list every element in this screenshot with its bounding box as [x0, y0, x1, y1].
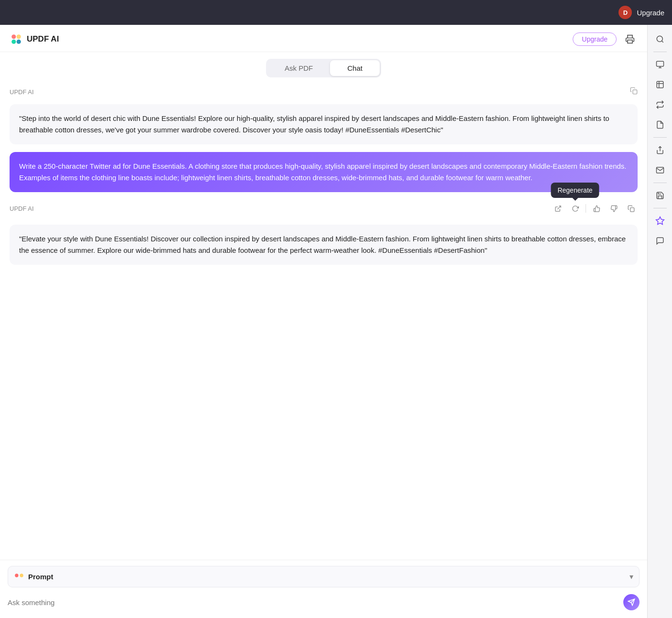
- prompt-chevron-icon: ▾: [629, 572, 633, 581]
- thumbup-button[interactable]: [590, 202, 603, 215]
- svg-point-0: [657, 36, 662, 42]
- ai-message-2: "Elevate your style with Dune Essentials…: [10, 225, 638, 265]
- save-icon[interactable]: [651, 187, 669, 204]
- brand-name: UPDF AI: [27, 34, 59, 44]
- brand: UPDF AI: [10, 33, 59, 46]
- tabs-container: Ask PDF Chat: [266, 59, 381, 77]
- open-link-button[interactable]: [551, 202, 565, 215]
- user-message-1: Write a 250-character Twitter ad for Dun…: [10, 152, 638, 192]
- ai-message-2-text: "Elevate your style with Dune Essentials…: [19, 235, 626, 254]
- svg-point-6: [11, 34, 16, 39]
- svg-point-14: [15, 574, 18, 577]
- main-panel: UPDF AI Upgrade Ask PDF Chat UPDF AI "St…: [0, 25, 647, 618]
- share-icon[interactable]: [651, 141, 669, 159]
- tab-ask-pdf[interactable]: Ask PDF: [267, 60, 330, 76]
- top-bar-upgrade-button[interactable]: Upgrade: [637, 9, 664, 17]
- tabs-row: Ask PDF Chat: [0, 52, 647, 77]
- ai-message-1-text: "Step into the world of desert chic with…: [19, 114, 609, 134]
- ai-label-1: UPDF AI: [10, 88, 34, 96]
- layers-icon[interactable]: [651, 56, 669, 73]
- svg-rect-11: [633, 90, 637, 94]
- ai-message-header-2: UPDF AI Regenerate: [10, 200, 638, 217]
- sidebar-divider-4: [653, 208, 667, 208]
- svg-point-15: [20, 574, 23, 577]
- input-row: [8, 591, 640, 610]
- right-sidebar: [647, 25, 672, 618]
- prompt-dots-icon: [14, 570, 24, 583]
- input-area: Prompt ▾: [0, 560, 647, 618]
- prompt-label-row: Prompt: [14, 570, 53, 583]
- ai-assistant-icon[interactable]: [651, 212, 669, 229]
- svg-rect-13: [630, 207, 634, 211]
- copy-icon-1[interactable]: [630, 87, 638, 97]
- svg-line-1: [661, 41, 663, 42]
- message-actions: Regenerate: [551, 200, 638, 217]
- sidebar-divider-3: [653, 183, 667, 183]
- upgrade-button[interactable]: Upgrade: [573, 33, 617, 46]
- svg-rect-2: [656, 61, 663, 66]
- file-icon[interactable]: [651, 116, 669, 133]
- user-avatar: D: [619, 6, 632, 19]
- chat-area[interactable]: UPDF AI "Step into the world of desert c…: [0, 77, 647, 560]
- tab-chat[interactable]: Chat: [330, 60, 380, 76]
- action-divider: [586, 204, 586, 213]
- svg-rect-10: [628, 40, 632, 43]
- user-message-1-text: Write a 250-character Twitter ad for Dun…: [19, 162, 627, 182]
- search-icon[interactable]: [651, 31, 669, 48]
- ai-message-header-1: UPDF AI: [10, 87, 638, 97]
- svg-point-8: [11, 40, 16, 44]
- updf-logo: [10, 33, 23, 46]
- prompt-label: Prompt: [28, 573, 53, 581]
- thumbdown-button[interactable]: [607, 202, 620, 215]
- header-actions: Upgrade: [573, 32, 638, 47]
- panel-header: UPDF AI Upgrade: [0, 25, 647, 52]
- ai-label-2: UPDF AI: [10, 205, 34, 212]
- svg-point-7: [17, 34, 21, 39]
- sidebar-divider-1: [653, 52, 667, 52]
- ai-message-1: "Step into the world of desert chic with…: [10, 104, 638, 144]
- chat-bubble-icon[interactable]: [651, 232, 669, 249]
- convert-icon[interactable]: [651, 96, 669, 113]
- print-icon[interactable]: [622, 32, 638, 47]
- send-button[interactable]: [623, 594, 640, 610]
- top-bar-upgrade-section: D Upgrade: [619, 6, 664, 19]
- ocr-icon[interactable]: [651, 76, 669, 93]
- copy-button-2[interactable]: [624, 202, 638, 215]
- svg-point-9: [17, 40, 21, 44]
- sidebar-divider-2: [653, 137, 667, 138]
- top-bar: D Upgrade: [0, 0, 672, 25]
- ask-input[interactable]: [8, 596, 619, 608]
- email-icon[interactable]: [651, 162, 669, 179]
- svg-line-12: [557, 206, 561, 209]
- regenerate-button[interactable]: Regenerate: [568, 202, 582, 215]
- prompt-selector[interactable]: Prompt ▾: [8, 566, 640, 587]
